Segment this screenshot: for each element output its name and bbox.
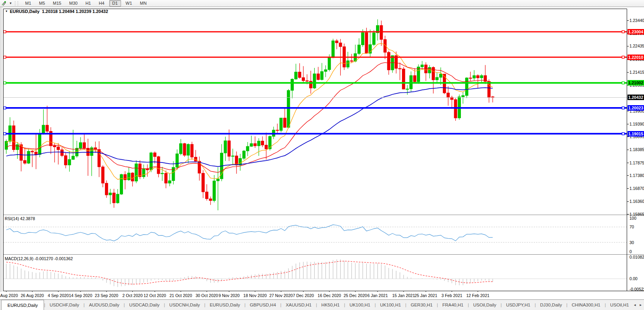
candle-body: [131, 173, 134, 181]
chart-tab-usdchf-daily[interactable]: USDCHF,Daily: [45, 300, 83, 310]
tab-scroll-left-icon[interactable]: ◄: [633, 303, 637, 307]
chart-tab-fra40-h1[interactable]: FRA40,H1: [438, 300, 468, 310]
tab-scroll-right-icon[interactable]: ►: [639, 303, 642, 307]
date-tick-label: 21 Oct 2020: [170, 293, 192, 298]
chart-tab-usoil-h1[interactable]: USOil,H1: [606, 300, 633, 310]
candle-body: [231, 156, 234, 157]
date-tick-label: 17 Aug 2020: [0, 293, 18, 298]
candle-body: [436, 77, 439, 80]
timeframe-button-m30[interactable]: M30: [66, 0, 81, 7]
chart-title-dropdown-icon[interactable]: ▼: [5, 10, 8, 13]
hline-handle[interactable]: [4, 82, 6, 84]
timeframe-toolbar: ▼ M1M5M15M30H1H4D1W1MN: [0, 0, 644, 7]
candle-body: [142, 169, 145, 177]
candle-body: [473, 76, 475, 78]
candle-body: [280, 118, 283, 131]
timeframe-button-mn[interactable]: MN: [137, 0, 150, 7]
candle-body: [161, 173, 163, 174]
candle-body: [350, 61, 353, 62]
chart-window: ▼EURUSD,Daily 1.20318 1.20494 1.20239 1.…: [0, 7, 644, 299]
timeframe-button-m15[interactable]: M15: [50, 0, 64, 7]
chart-tab-usdcnh-daily[interactable]: USDCNH,Daily: [165, 300, 204, 310]
timeframe-buttons: M1M5M15M30H1H4D1W1MN: [21, 0, 150, 7]
chart-tab-eurusd-daily[interactable]: EURUSD,Daily: [205, 300, 244, 310]
chart-tab-xauusd-h1[interactable]: XAUUSD,H1: [281, 300, 316, 310]
candle-body: [228, 141, 231, 157]
candle-body: [165, 173, 167, 183]
candle-body: [205, 192, 208, 199]
chart-cursor-icon[interactable]: [0, 0, 8, 7]
candle-body: [488, 82, 490, 98]
hline-handle[interactable]: [622, 31, 624, 33]
date-tick-label: 6 Jan 2021: [367, 293, 388, 298]
candle-body: [120, 175, 123, 194]
timeframe-button-m5[interactable]: M5: [36, 0, 48, 7]
chart-tab-dj30-daily[interactable]: DJ30,Daily: [536, 300, 567, 310]
toolbar-dropdown-caret-icon[interactable]: ▼: [8, 2, 13, 5]
candle-body: [53, 146, 56, 147]
hline-handle[interactable]: [622, 82, 624, 84]
chart-tab-ger30-h1[interactable]: GER30,H1: [406, 300, 437, 310]
candle-body: [27, 151, 30, 163]
candle-body: [168, 181, 171, 183]
chart-tab-china300-h1[interactable]: CHINA300,H1: [567, 300, 605, 310]
hline-handle[interactable]: [4, 133, 6, 135]
date-axis: 17 Aug 202026 Aug 20204 Sep 202014 Sep 2…: [0, 292, 644, 299]
chart-tab-gbpusd-h4[interactable]: GBPUSD,H4: [246, 300, 280, 310]
candle-body: [46, 125, 48, 131]
date-tick-label: 30 Oct 2020: [196, 293, 218, 298]
hline-handle[interactable]: [4, 31, 6, 33]
candle-body: [191, 144, 193, 157]
timeframe-button-h1[interactable]: H1: [82, 0, 94, 7]
candle-body: [336, 41, 338, 43]
timeframe-button-w1[interactable]: W1: [123, 0, 136, 7]
candle-body: [276, 130, 279, 131]
candle-body: [328, 58, 331, 70]
candle-body: [306, 81, 308, 82]
candle-body: [261, 141, 264, 145]
candle-body: [313, 74, 316, 88]
candle-body: [298, 72, 301, 77]
candle-body: [254, 144, 257, 146]
candle-body: [462, 95, 464, 97]
price-chart-canvas[interactable]: [0, 7, 644, 292]
hline-handle[interactable]: [622, 56, 624, 58]
candle-body: [321, 71, 323, 80]
candle-body: [242, 151, 245, 159]
candle-body: [361, 33, 364, 45]
chart-tab-usdcad-daily[interactable]: USDCAD,Daily: [125, 300, 164, 310]
timeframe-button-d1[interactable]: D1: [109, 0, 121, 7]
candle-body: [317, 74, 319, 80]
candle-body: [283, 118, 286, 128]
timeframe-button-m1[interactable]: M1: [22, 0, 34, 7]
candle-body: [72, 156, 75, 159]
candle-body: [16, 144, 19, 150]
date-tick-label: 12 Feb 2021: [466, 293, 490, 298]
chart-tab-usoil-daily[interactable]: USOil,Daily: [469, 300, 501, 310]
chart-title-ohlc: 1.20318 1.20494 1.20239 1.20432: [42, 9, 108, 14]
hline-handle[interactable]: [622, 133, 624, 135]
window-left-edge: [1, 7, 3, 292]
chart-tab-hk50-h1[interactable]: HK50,H1: [317, 300, 344, 310]
candle-body: [380, 26, 383, 40]
candle-body: [480, 76, 483, 78]
candle-body: [35, 152, 37, 155]
hline-handle[interactable]: [4, 56, 6, 58]
chart-tab-uk100-h1[interactable]: UK100,H1: [376, 300, 405, 310]
hline-handle[interactable]: [4, 107, 6, 109]
candle-body: [358, 45, 360, 53]
candle-body: [332, 41, 334, 58]
chart-tab-usdjpy-h1[interactable]: USDJPY,H1: [502, 300, 535, 310]
timeframe-button-h4[interactable]: H4: [95, 0, 107, 7]
chart-tab-audusd-daily[interactable]: AUDUSD,Daily: [84, 300, 123, 310]
candle-body: [265, 145, 268, 149]
chart-tab-uk100-h1[interactable]: UK100,H1: [345, 300, 374, 310]
chart-title: ▼EURUSD,Daily 1.20318 1.20494 1.20239 1.…: [5, 9, 108, 14]
date-tick-label: 27 Nov 2020: [270, 293, 293, 298]
candle-body: [135, 164, 138, 181]
candle-body: [187, 144, 190, 155]
candle-body: [447, 93, 450, 97]
hline-handle[interactable]: [622, 107, 624, 109]
tabbar-grip: [0, 300, 0, 310]
chart-tab-eurusd-daily[interactable]: EURUSD,Daily: [1, 300, 44, 310]
